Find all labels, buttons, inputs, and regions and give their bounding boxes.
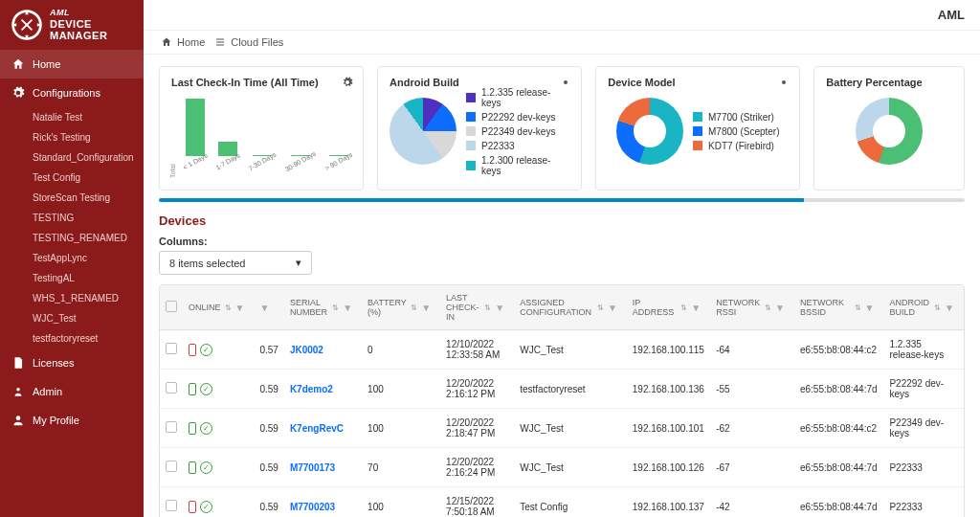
- device-status-icon: [189, 422, 196, 435]
- sidebar-config-item[interactable]: TESTING: [0, 208, 144, 228]
- filter-icon[interactable]: ▼: [343, 303, 356, 313]
- row-checkbox[interactable]: [166, 343, 177, 354]
- table-row[interactable]: ✓0.59M77001737012/20/2022 2:16:24 PMWJC_…: [160, 448, 964, 487]
- table-header[interactable]: NETWORK BSSID⇅▼: [794, 285, 884, 330]
- rssi-cell: -64: [710, 330, 794, 370]
- table-row[interactable]: ✓0.57JK0002012/10/2022 12:33:58 AMWJC_Te…: [160, 330, 964, 370]
- sort-icon[interactable]: ⇅: [765, 303, 771, 312]
- sort-icon[interactable]: ⇅: [484, 303, 491, 312]
- scroll-indicator[interactable]: [159, 198, 965, 202]
- home-icon: [11, 57, 25, 71]
- nav-configurations[interactable]: Configurations: [0, 79, 144, 107]
- serial-link[interactable]: M7700173: [290, 462, 335, 473]
- table-header[interactable]: ANDROID BUILD⇅▼: [883, 285, 964, 330]
- serial-link[interactable]: K7demo2: [290, 384, 333, 394]
- checkin-bar-chart: < 1 Days1-7 Days7-30 Days30-90 Days> 90 …: [182, 98, 353, 165]
- table-header[interactable]: ▼: [254, 285, 283, 330]
- legend-item: P22349 dev-keys: [466, 126, 569, 137]
- battery-cell: 100: [362, 409, 440, 448]
- rssi-cell: -67: [710, 448, 794, 487]
- svg-point-2: [16, 416, 21, 420]
- filter-icon[interactable]: ▼: [235, 303, 249, 313]
- sort-icon[interactable]: ⇅: [411, 303, 417, 312]
- filter-icon[interactable]: ▼: [775, 303, 789, 313]
- table-header[interactable]: ASSIGNED CONFIGURATION⇅▼: [514, 285, 627, 330]
- row-checkbox[interactable]: [166, 382, 177, 393]
- sidebar-config-item[interactable]: WJC_Test: [0, 308, 144, 328]
- checkbox-all[interactable]: [166, 301, 177, 312]
- sidebar-config-item[interactable]: TestAppLync: [0, 248, 144, 268]
- sidebar-config-item[interactable]: testfactoryreset: [0, 328, 144, 348]
- rssi-cell: -62: [710, 409, 794, 448]
- gear-icon: [11, 86, 25, 100]
- serial-link[interactable]: K7engRevC: [290, 423, 344, 434]
- breadcrumb-home[interactable]: Home: [161, 36, 205, 48]
- ip-cell: 192.168.100.126: [627, 448, 710, 487]
- sort-icon[interactable]: ⇅: [680, 303, 687, 312]
- serial-link[interactable]: M7700203: [290, 502, 335, 512]
- battery-cell: 100: [362, 487, 440, 518]
- sidebar-config-item[interactable]: StoreScan Testing: [0, 188, 144, 208]
- table-header[interactable]: LAST CHECK-IN⇅▼: [440, 285, 514, 330]
- home-icon: [161, 36, 172, 48]
- devices-table: ONLINE⇅▼▼SERIAL NUMBER⇅▼BATTERY (%)⇅▼LAS…: [159, 284, 965, 517]
- row-checkbox[interactable]: [166, 421, 177, 433]
- filter-icon[interactable]: ▼: [608, 303, 621, 313]
- sidebar-config-item[interactable]: TestingAL: [0, 268, 144, 288]
- legend-item: 1.2.335 release-keys: [466, 87, 569, 108]
- sidebar-config-item[interactable]: TESTING_RENAMED: [0, 228, 144, 248]
- sort-icon[interactable]: ⇅: [332, 303, 339, 312]
- brand-line2: DEVICE: [50, 18, 107, 30]
- sidebar-config-item[interactable]: Standard_Configuration: [0, 147, 144, 168]
- filter-icon[interactable]: ▼: [495, 303, 508, 313]
- nav-licenses[interactable]: Licenses: [0, 348, 144, 377]
- table-row[interactable]: ✓0.59M770020310012/15/2022 7:50:18 AMTes…: [160, 487, 964, 518]
- filter-icon[interactable]: ▼: [259, 303, 273, 313]
- nav-home-label: Home: [33, 58, 60, 70]
- table-header[interactable]: IP ADDRESS⇅▼: [627, 285, 710, 330]
- table-header[interactable]: ONLINE⇅▼: [183, 285, 254, 330]
- table-header[interactable]: [160, 285, 183, 330]
- nav-admin[interactable]: Admin: [0, 377, 144, 406]
- nav-home[interactable]: Home: [0, 50, 144, 79]
- check-circle-icon: ✓: [200, 461, 212, 474]
- rssi-cell: -42: [710, 487, 794, 518]
- table-row[interactable]: ✓0.59K7engRevC10012/20/2022 2:18:47 PMWJ…: [160, 409, 964, 448]
- table-header[interactable]: BATTERY (%)⇅▼: [362, 285, 440, 330]
- row-checkbox[interactable]: [166, 461, 177, 472]
- sort-icon[interactable]: ⇅: [934, 303, 941, 312]
- table-header[interactable]: NETWORK RSSI⇅▼: [710, 285, 794, 330]
- battery-cell: 0: [362, 330, 440, 370]
- sidebar-config-item[interactable]: Natalie Test: [0, 107, 144, 127]
- sort-icon[interactable]: ⇅: [855, 303, 861, 312]
- sidebar-config-item[interactable]: Rick's Testing: [0, 127, 144, 147]
- sort-icon[interactable]: ⇅: [597, 303, 604, 312]
- user-icon: [11, 414, 25, 427]
- sidebar-config-item[interactable]: Test Config: [0, 168, 144, 188]
- sort-icon[interactable]: ⇅: [225, 303, 232, 312]
- serial-link[interactable]: JK0002: [290, 345, 323, 355]
- row-checkbox[interactable]: [166, 500, 177, 511]
- card-device-model: Device Model M7700 (Striker)M7800 (Scept…: [595, 66, 800, 191]
- config-cell: WJC_Test: [514, 330, 627, 370]
- columns-select[interactable]: 8 items selected ▾: [159, 251, 312, 275]
- nav-profile[interactable]: My Profile: [0, 406, 144, 435]
- breadcrumb-cloud-files[interactable]: Cloud Files: [214, 36, 283, 48]
- ip-cell: 192.168.100.115: [627, 330, 710, 370]
- version-cell: 0.57: [254, 330, 283, 370]
- ip-cell: 192.168.100.101: [627, 409, 710, 448]
- bssid-cell: e6:55:b8:08:44:7d: [794, 370, 884, 409]
- battery-cell: 100: [362, 370, 440, 409]
- gear-icon[interactable]: [560, 77, 571, 91]
- checkin-cell: 12/20/2022 2:18:47 PM: [440, 409, 514, 448]
- filter-icon[interactable]: ▼: [691, 303, 704, 313]
- gear-icon[interactable]: [342, 77, 353, 91]
- gear-icon[interactable]: [778, 77, 790, 91]
- table-row[interactable]: ✓0.59K7demo210012/20/2022 2:16:12 PMtest…: [160, 370, 964, 409]
- filter-icon[interactable]: ▼: [865, 303, 879, 313]
- sidebar-config-item[interactable]: WHS_1_RENAMED: [0, 288, 144, 308]
- filter-icon[interactable]: ▼: [421, 303, 434, 313]
- table-header[interactable]: SERIAL NUMBER⇅▼: [284, 285, 362, 330]
- card-title: Battery Percentage: [826, 77, 952, 88]
- filter-icon[interactable]: ▼: [945, 303, 958, 313]
